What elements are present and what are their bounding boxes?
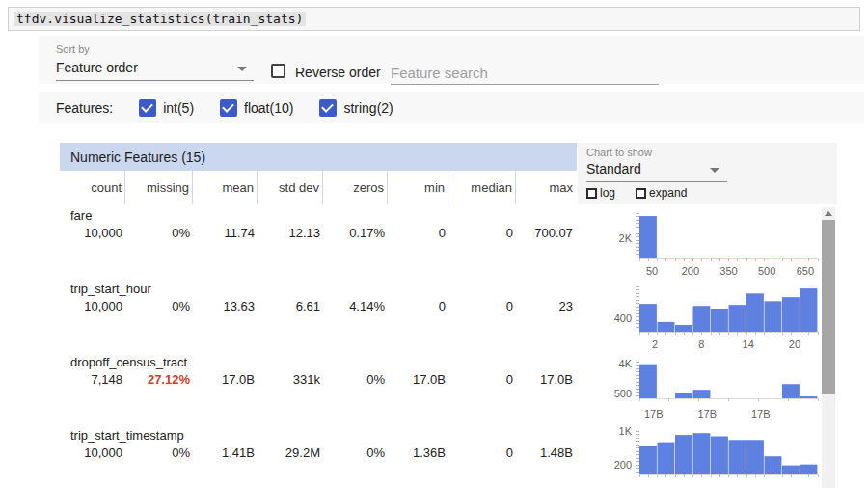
feature-type-item: int(5) <box>139 99 194 117</box>
chart-options-panel: Chart to show Standard log expand <box>578 143 837 204</box>
table-row: dropoff_census_tract 7,14827.12%17.0B331… <box>60 351 577 424</box>
histogram-bar <box>675 258 692 258</box>
table-column-headers: countmissingmeanstd devzerosminmedianmax <box>60 171 577 204</box>
scroll-up-icon[interactable] <box>822 207 835 220</box>
charts-scrollbar[interactable] <box>822 207 835 488</box>
stat-value: 17.0B <box>193 371 258 389</box>
svg-text:200: 200 <box>614 459 632 471</box>
histogram-bar <box>800 258 818 258</box>
code-cell[interactable]: tfdv.visualize_statistics(train_stats) <box>8 7 860 31</box>
histogram-bar <box>765 301 782 332</box>
histogram-bar <box>675 325 692 332</box>
histogram-bar <box>800 288 818 332</box>
feature-type-item: string(2) <box>319 99 393 117</box>
svg-text:350: 350 <box>719 265 737 277</box>
column-header: missing <box>125 171 193 204</box>
reverse-order-checkbox[interactable] <box>271 64 285 78</box>
feature-search-input[interactable] <box>391 62 659 85</box>
histogram-bar <box>693 306 711 332</box>
log-label: log <box>600 186 615 200</box>
scrollbar-thumb[interactable] <box>822 220 835 394</box>
histogram-bar <box>711 258 728 258</box>
chevron-down-icon <box>710 168 719 173</box>
histogram-bar <box>729 258 746 258</box>
chevron-down-icon <box>237 67 247 71</box>
expand-label: expand <box>649 186 687 200</box>
log-checkbox[interactable] <box>586 188 597 199</box>
histogram-bar <box>746 258 764 258</box>
stat-value: 11.74 <box>193 225 258 242</box>
histogram-bar <box>693 390 711 398</box>
stat-value: 17.0B <box>388 371 448 389</box>
feature-type-checkbox[interactable] <box>220 99 237 117</box>
feature-type-checkbox[interactable] <box>139 99 156 117</box>
stat-value: 13.63 <box>193 298 258 315</box>
histogram-bar <box>693 433 711 474</box>
histogram-bar <box>639 216 657 258</box>
numeric-features-title: Numeric Features (15) <box>70 149 205 165</box>
svg-text:650: 650 <box>797 265 814 277</box>
svg-text:20: 20 <box>789 339 800 350</box>
svg-text:8: 8 <box>698 339 704 350</box>
histogram-bar <box>746 440 764 474</box>
stat-value: 0 <box>448 445 516 462</box>
column-header: mean <box>193 171 258 204</box>
histogram-bar <box>693 258 711 258</box>
numeric-features-header: Numeric Features (15) <box>60 143 577 171</box>
stat-value: 0% <box>323 371 388 389</box>
histogram-bar <box>765 258 782 258</box>
stat-value: 0 <box>388 225 448 242</box>
feature-name: trip_start_timestamp <box>60 428 577 445</box>
histogram-bar <box>658 443 675 474</box>
svg-text:500: 500 <box>758 265 775 277</box>
histogram-bar <box>675 393 692 398</box>
svg-text:2: 2 <box>652 339 658 350</box>
histogram-bar <box>746 293 764 332</box>
feature-stats: 10,0000%1.41B29.2M0%1.36B01.48B <box>60 445 577 462</box>
histogram-bar <box>658 322 675 332</box>
feature-type-checkbox[interactable] <box>319 99 337 117</box>
stat-value: 23 <box>516 298 576 315</box>
stat-value: 0 <box>388 298 448 315</box>
histogram-trip_start_timestamp: 1K200 <box>577 427 839 488</box>
stat-value: 700.07 <box>516 225 576 242</box>
stat-value: 0% <box>125 225 193 242</box>
column-header: max <box>516 171 576 204</box>
histogram-bar <box>675 435 692 474</box>
histogram-bar <box>765 456 782 474</box>
chart-type-value: Standard <box>586 161 641 176</box>
column-header: zeros <box>323 171 388 204</box>
code-text: tfdv.visualize_statistics(train_stats) <box>14 12 306 26</box>
column-header: std dev <box>258 171 323 204</box>
chart-type-select[interactable]: Standard <box>586 160 727 182</box>
sort-order-select[interactable]: Feature order <box>56 59 254 81</box>
feature-type-label: string(2) <box>343 100 393 116</box>
stat-value: 7,148 <box>60 371 125 389</box>
expand-checkbox[interactable] <box>636 188 646 199</box>
table-row: trip_start_timestamp 10,0000%1.41B29.2M0… <box>60 424 577 488</box>
stat-value: 0% <box>125 298 193 315</box>
stat-value: 10,000 <box>60 298 125 315</box>
histogram-bar <box>711 437 728 475</box>
stat-value: 1.48B <box>516 445 576 462</box>
feature-name: trip_start_hour <box>60 282 577 298</box>
feature-stats: 10,0000%13.636.614.14%0023 <box>60 298 577 315</box>
stat-value: 0 <box>448 298 516 315</box>
column-header: median <box>448 171 516 204</box>
svg-text:17B: 17B <box>644 408 664 420</box>
histogram-bar <box>800 465 818 474</box>
histogram-bar <box>711 309 728 332</box>
table-row: trip_start_hour 10,0000%13.636.614.14%00… <box>60 278 577 351</box>
reverse-order-label: Reverse order <box>295 65 381 80</box>
feature-type-item: float(10) <box>220 99 293 117</box>
stat-value: 1.41B <box>193 445 258 462</box>
histogram-bar <box>800 396 818 398</box>
stat-value: 0.17% <box>323 225 388 242</box>
feature-filter-panel: Features: int(5) float(10) string(2) <box>39 92 864 123</box>
column-header: min <box>388 171 448 204</box>
stat-value: 4.14% <box>323 298 388 315</box>
histogram-fare: 2K50200350500650 <box>577 207 839 281</box>
svg-text:400: 400 <box>614 312 632 324</box>
stat-value: 10,000 <box>60 225 125 242</box>
chart-to-show-label: Chart to show <box>586 147 652 158</box>
